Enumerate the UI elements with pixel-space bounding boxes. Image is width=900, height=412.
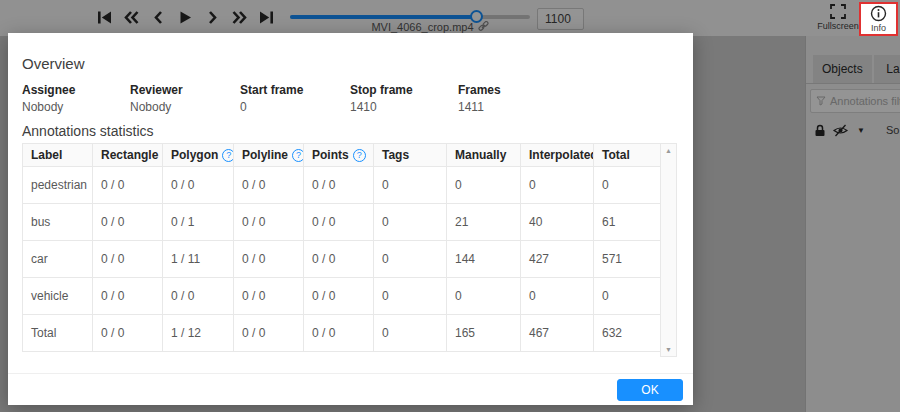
question-circle-icon[interactable]: ?: [292, 149, 303, 162]
modal-footer: OK: [8, 373, 693, 405]
col-total: Total: [594, 144, 661, 167]
col-polygon: Polygon?: [163, 144, 234, 167]
ok-button[interactable]: OK: [617, 379, 683, 401]
meta-start-frame: Start frame 0: [240, 83, 303, 114]
info-icon: [870, 5, 887, 22]
col-rectangle: Rectangle?: [93, 144, 163, 167]
meta-frames: Frames 1411: [458, 83, 501, 114]
stats-table: Label Rectangle? Polygon? Polyline? Poin…: [22, 143, 661, 352]
modal-title: Overview: [22, 55, 85, 72]
question-circle-icon[interactable]: ?: [353, 149, 366, 162]
table-row: pedestrian 0 / 0 0 / 0 0 / 0 0 / 0 0 0 0…: [23, 167, 661, 204]
col-points: Points?: [304, 144, 374, 167]
col-polyline: Polyline?: [234, 144, 304, 167]
stats-header-row: Label Rectangle? Polygon? Polyline? Poin…: [23, 144, 661, 167]
col-interpolated: Interpolated: [521, 144, 594, 167]
col-label: Label: [23, 144, 93, 167]
overview-modal: Overview Assignee Nobody Reviewer Nobody…: [8, 33, 693, 405]
scroll-down-icon[interactable]: ▼: [661, 346, 676, 353]
stats-title: Annotations statistics: [22, 123, 154, 139]
meta-reviewer: Reviewer Nobody: [130, 83, 183, 114]
table-scrollbar[interactable]: ▲ ▼: [660, 143, 677, 357]
cvat-annotation-app: MVI_4066_crop.mp4 Fullscreen Objects Lab…: [0, 0, 900, 412]
table-row: bus 0 / 0 0 / 1 0 / 0 0 / 0 0 21 40 61: [23, 204, 661, 241]
meta-assignee: Assignee Nobody: [22, 83, 75, 114]
col-manually: Manually: [447, 144, 521, 167]
col-tags: Tags: [374, 144, 447, 167]
table-row-total: Total 0 / 0 1 / 12 0 / 0 0 / 0 0 165 467…: [23, 315, 661, 352]
meta-stop-frame: Stop frame 1410: [350, 83, 413, 114]
scroll-up-icon[interactable]: ▲: [661, 147, 676, 154]
info-button[interactable]: Info: [859, 2, 898, 36]
info-label: Info: [871, 23, 886, 33]
stats-table-wrapper: Label Rectangle? Polygon? Polyline? Poin…: [22, 143, 677, 357]
question-circle-icon[interactable]: ?: [222, 149, 233, 162]
table-row: car 0 / 0 1 / 11 0 / 0 0 / 0 0 144 427 5…: [23, 241, 661, 278]
table-row: vehicle 0 / 0 0 / 0 0 / 0 0 / 0 0 0 0 0: [23, 278, 661, 315]
